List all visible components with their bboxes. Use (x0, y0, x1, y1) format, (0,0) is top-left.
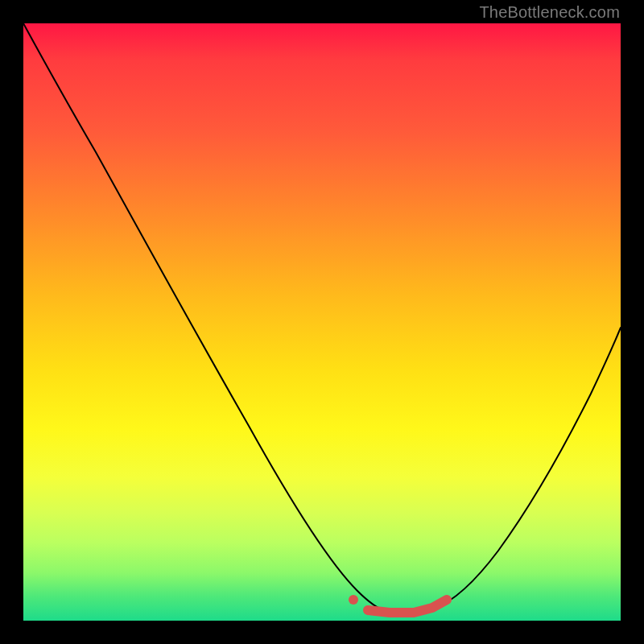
optimal-range-highlight (368, 600, 447, 613)
bottleneck-curve (23, 23, 621, 613)
chart-overlay (23, 23, 621, 621)
optimal-range-dot (349, 595, 358, 605)
chart-frame: TheBottleneck.com (0, 0, 644, 644)
attribution-text: TheBottleneck.com (479, 3, 620, 22)
